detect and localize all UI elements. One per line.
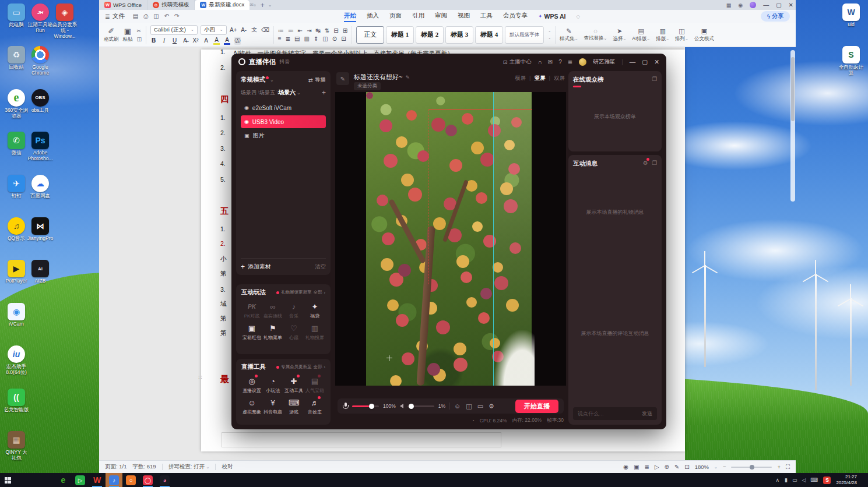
paragraph-style-button[interactable]: 标题 4 xyxy=(475,26,503,44)
font-style-button[interactable]: A xyxy=(213,37,220,45)
taskbar-app-button[interactable]: ◕ xyxy=(156,473,173,487)
taskbar-app-button[interactable]: ○ xyxy=(122,473,139,487)
tool-button[interactable]: ◔ 小玩法 xyxy=(262,376,283,394)
desktop-icon[interactable]: iu 宏杰助手 8.0(64位) xyxy=(3,345,29,388)
font-size-select[interactable]: 小四⌄ xyxy=(201,25,227,35)
paragraph-tool-button[interactable]: ≔ xyxy=(278,27,284,34)
desktop-icon[interactable]: ▦ QINYY 大礼包 xyxy=(3,431,29,474)
paragraph-tool-button[interactable]: ▥ xyxy=(304,36,309,42)
scene-tab[interactable]: 场景四 xyxy=(241,89,259,97)
desktop-icon[interactable]: ✈ 钉钉 xyxy=(3,175,29,217)
paragraph-tool-button[interactable]: ▤ xyxy=(294,36,300,42)
tab-comment-icon[interactable]: ✉ xyxy=(249,2,254,8)
cut-button[interactable]: ✂ xyxy=(137,28,142,34)
paragraph-drag-handle[interactable]: ∷ xyxy=(198,374,202,380)
source-item[interactable]: ◉ e2eSoft iVCam xyxy=(241,101,326,114)
paragraph-tool-button[interactable]: ⊞ xyxy=(343,27,347,34)
start-button[interactable] xyxy=(0,473,19,487)
paragraph-tool-button[interactable]: ⊟ xyxy=(333,27,338,34)
clear-button[interactable]: 清空 xyxy=(315,263,326,271)
quick-tool-icon[interactable]: ↷ xyxy=(174,13,179,20)
font-tool-button[interactable]: ⌫ xyxy=(261,27,269,33)
desktop-icon[interactable]: S 全自动返计算 xyxy=(837,46,865,89)
edit-title-icon[interactable]: ✎ xyxy=(336,72,349,85)
tool-button[interactable]: ☺ 虚拟形象 xyxy=(241,397,262,415)
desktop-icon[interactable]: OBS obs工具 xyxy=(27,89,53,132)
mic-volume-slider[interactable] xyxy=(352,405,379,407)
format-painter-button[interactable]: ✐ 格式刷 xyxy=(104,27,119,43)
document-tab[interactable]: W 最新搭建.docx xyxy=(195,0,249,10)
audience-rank-title[interactable]: 在线观众榜 xyxy=(573,76,604,84)
font-style-button[interactable]: A xyxy=(203,37,209,44)
chat-input[interactable] xyxy=(578,411,638,417)
ribbon-button[interactable]: ✎ 样式集⌄ xyxy=(560,27,578,43)
view-mode-icon[interactable]: ≣ xyxy=(644,464,649,470)
maximize-button[interactable]: ▢ xyxy=(776,2,781,8)
paragraph-style-button[interactable]: 正文 xyxy=(356,26,384,44)
category-tag[interactable]: 未选分类 xyxy=(354,82,381,90)
desktop-icon[interactable]: JH 江湖工具箱 Run xyxy=(27,3,53,46)
view-mode-icon[interactable]: ▣ xyxy=(634,464,639,470)
word-count[interactable]: 字数: 619 xyxy=(133,463,156,471)
account-avatar[interactable] xyxy=(750,2,756,8)
tool-button[interactable]: ◎ 直播设置 xyxy=(241,376,262,394)
scene-tab[interactable]: 场景五 xyxy=(259,89,278,97)
view-mode-icon[interactable]: ▷ xyxy=(655,464,659,470)
feature-button[interactable]: ▣ 宝箱红包 xyxy=(241,323,262,341)
feature-button[interactable]: ∞ 嘉宾连线 xyxy=(262,301,283,319)
tool-button[interactable]: ¥ 抖音电商 xyxy=(262,397,283,415)
menu-item[interactable]: 会员专享 xyxy=(503,10,528,22)
quick-tool-icon[interactable]: ▤ xyxy=(133,13,138,20)
document-tab[interactable]: ⊙ 找萌壳模板 xyxy=(147,0,195,10)
orientation-option[interactable]: 竖屏 xyxy=(535,75,554,82)
paragraph-tool-button[interactable]: ↹ xyxy=(316,27,321,34)
view-all-link[interactable]: 全部 xyxy=(314,364,322,370)
spellcheck-status[interactable]: 拼写检查: 打开 ⌄ xyxy=(168,463,210,471)
send-button[interactable]: 发送 xyxy=(642,410,652,418)
minimize-button[interactable]: — xyxy=(763,2,769,8)
font-style-button[interactable]: B xyxy=(150,37,157,44)
mode-select[interactable]: 常规模式 xyxy=(241,76,265,84)
desktop-icon[interactable]: e 360安全浏览器 xyxy=(3,89,29,132)
anchor-center-button[interactable]: ⊡ 主播中心 xyxy=(503,58,532,66)
document-scrollbar[interactable] xyxy=(790,50,795,202)
tray-icon[interactable]: ⌨ xyxy=(810,477,818,483)
apps-grid-icon[interactable]: ▦ xyxy=(726,2,732,8)
close-button[interactable]: ✕ xyxy=(654,58,659,65)
paragraph-tool-button[interactable]: ⇕ xyxy=(314,36,318,42)
feature-button[interactable]: ⚑ 礼物菜单 xyxy=(262,323,283,341)
view-all-link[interactable]: 全部 xyxy=(314,290,322,295)
taskbar-app-button[interactable]: W xyxy=(89,473,106,487)
quick-tool-icon[interactable]: ↶ xyxy=(164,13,169,20)
desktop-icon[interactable]: Google Chrome xyxy=(27,46,53,89)
titlebar-tool-icon[interactable]: ✉ xyxy=(548,59,553,65)
font-style-button[interactable]: A̶ xyxy=(182,37,188,44)
desktop-icon[interactable]: ◉ iVCam xyxy=(3,303,29,345)
fullscreen-button[interactable]: ⛶ xyxy=(786,464,790,471)
paragraph-tool-button[interactable]: ◫ xyxy=(322,36,328,42)
director-button[interactable]: ⇄ 导播 xyxy=(308,76,326,84)
desktop-icon[interactable]: (( 艺龙智能版 xyxy=(3,389,29,431)
maximize-button[interactable]: ▢ xyxy=(642,58,648,65)
orientation-option[interactable]: 双屏 xyxy=(554,75,565,82)
document-tab[interactable]: W WPS Office xyxy=(99,0,147,10)
paste-button[interactable]: ▣ 粘贴 xyxy=(123,27,133,43)
desktop-icon[interactable]: ▶ PotPlayer xyxy=(3,260,29,302)
menu-item[interactable]: 页面 xyxy=(389,10,402,22)
scene-tab[interactable]: 场景六 xyxy=(278,89,296,97)
notification-icon[interactable]: ◉ xyxy=(738,2,743,8)
font-tool-button[interactable]: 文 xyxy=(251,26,258,34)
speaker-icon[interactable] xyxy=(400,404,403,408)
feature-button[interactable]: ▥ 礼物投屏 xyxy=(304,323,325,341)
font-style-button[interactable]: U xyxy=(171,37,178,44)
menu-item[interactable]: 工具 xyxy=(480,10,493,22)
minimize-button[interactable]: — xyxy=(630,58,636,65)
control-icon[interactable]: ◫ xyxy=(466,403,472,410)
desktop-icon[interactable]: ♻ 回收站 xyxy=(3,46,29,89)
tray-icon[interactable]: ◁ xyxy=(802,477,806,483)
input-method-icon[interactable]: S xyxy=(823,477,831,484)
zoom-slider[interactable] xyxy=(731,467,772,468)
view-mode-icon[interactable]: ⊡ xyxy=(684,464,689,470)
feature-button[interactable]: ♪ 音乐 xyxy=(283,301,304,319)
tool-button[interactable]: ♬ 音效库 xyxy=(304,397,325,415)
